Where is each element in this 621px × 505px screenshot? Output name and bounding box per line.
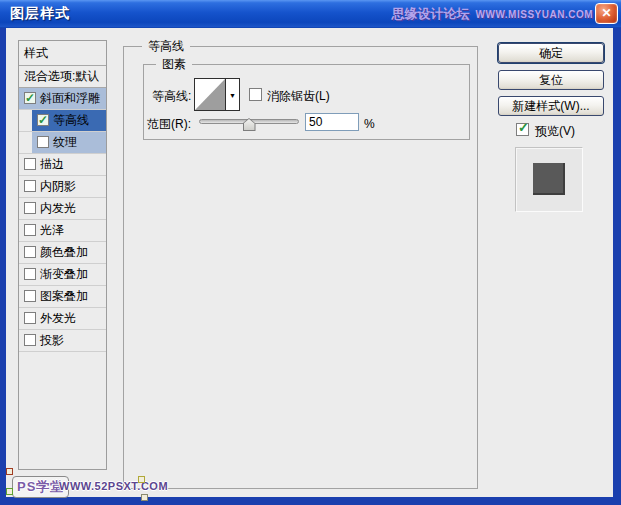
contour-picker[interactable]: ▼ [194,78,240,111]
titlebar-watermark: 思缘设计论坛 WWW.MISSYUAN.COM [392,0,593,28]
ps-school-watermark-url: WWW.52PSXT.COM [59,480,168,492]
dialog-title: 图层样式 [0,5,70,23]
style-item-label: 斜面和浮雕 [40,91,100,105]
style-item-2[interactable]: 纹理 [19,132,106,154]
style-item-7[interactable]: 颜色叠加 [19,242,106,264]
preview-swatch-well [515,147,583,212]
dialog-body: 样式 混合选项:默认 斜面和浮雕等高线纹理描边内阴影内发光光泽颜色叠加渐变叠加图… [6,28,613,497]
style-item-checkbox[interactable] [24,246,36,258]
style-item-3[interactable]: 描边 [19,154,106,176]
style-item-label: 图案叠加 [40,289,88,303]
reset-button[interactable]: 复位 [498,70,604,90]
style-item-checkbox[interactable] [24,92,36,104]
style-item-checkbox[interactable] [37,136,49,148]
watermark-handle-icon [141,494,148,501]
style-item-label: 颜色叠加 [40,245,88,259]
range-value-input[interactable] [305,113,359,131]
style-item-label: 内发光 [40,201,76,215]
style-item-8[interactable]: 渐变叠加 [19,264,106,286]
close-icon[interactable]: ✕ [595,3,618,24]
new-style-button[interactable]: 新建样式(W)... [498,96,604,116]
blending-options-item[interactable]: 混合选项:默认 [19,66,106,88]
style-item-checkbox[interactable] [24,224,36,236]
watermark-handle-icon [6,488,13,495]
contour-thumbnail[interactable] [194,78,226,111]
style-item-checkbox[interactable] [24,312,36,324]
range-unit-label: % [364,117,375,131]
layer-style-dialog: 图层样式 思缘设计论坛 WWW.MISSYUAN.COM ✕ 样式 混合选项:默… [0,0,621,505]
style-item-5[interactable]: 内发光 [19,198,106,220]
style-item-checkbox[interactable] [24,202,36,214]
style-item-label: 光泽 [40,223,64,237]
style-item-checkbox[interactable] [24,158,36,170]
titlebar[interactable]: 图层样式 思缘设计论坛 WWW.MISSYUAN.COM ✕ [0,0,621,28]
blending-options-label: 混合选项:默认 [24,69,99,83]
style-item-4[interactable]: 内阴影 [19,176,106,198]
style-items: 斜面和浮雕等高线纹理描边内阴影内发光光泽颜色叠加渐变叠加图案叠加外发光投影 [19,88,106,352]
styles-header-label: 样式 [24,46,48,60]
styles-list: 样式 混合选项:默认 斜面和浮雕等高线纹理描边内阴影内发光光泽颜色叠加渐变叠加图… [18,40,107,470]
style-item-checkbox[interactable] [24,268,36,280]
watermark-handle-icon [138,476,145,483]
forum-watermark-text: 思缘设计论坛 [392,5,470,23]
style-item-11[interactable]: 投影 [19,330,106,352]
styles-header[interactable]: 样式 [19,41,106,66]
style-item-label: 渐变叠加 [40,267,88,281]
antialias-checkbox[interactable] [249,88,262,101]
elements-group-title: 图素 [156,57,192,72]
contour-section-title: 等高线 [142,39,190,54]
style-item-label: 外发光 [40,311,76,325]
preview-checkbox[interactable] [516,123,529,136]
style-item-1[interactable]: 等高线 [19,110,106,132]
ok-button[interactable]: 确定 [498,43,604,63]
range-label: 范围(R): [147,116,191,133]
forum-watermark-url: WWW.MISSYUAN.COM [476,9,593,20]
style-item-0[interactable]: 斜面和浮雕 [19,88,106,110]
style-item-checkbox[interactable] [24,290,36,302]
preview-label: 预览(V) [535,123,575,140]
contour-section: 等高线 图素 等高线: ▼ 消除锯齿(L) 范围(R): % [123,46,478,489]
style-item-9[interactable]: 图案叠加 [19,286,106,308]
indent-spacer [19,132,32,153]
chevron-down-icon[interactable]: ▼ [226,78,240,111]
style-item-10[interactable]: 外发光 [19,308,106,330]
style-item-checkbox[interactable] [24,180,36,192]
style-item-label: 投影 [40,333,64,347]
style-item-6[interactable]: 光泽 [19,220,106,242]
preview-swatch [533,163,565,195]
style-item-checkbox[interactable] [24,334,36,346]
style-item-checkbox[interactable] [37,114,49,126]
contour-curve-shape [195,79,225,110]
style-item-label: 纹理 [53,135,77,149]
style-item-label: 描边 [40,157,64,171]
contour-picker-label: 等高线: [152,88,191,105]
style-item-label: 内阴影 [40,179,76,193]
watermark-handle-icon [6,468,13,475]
style-item-label: 等高线 [53,113,89,127]
indent-spacer [19,110,32,131]
antialias-label: 消除锯齿(L) [267,88,330,105]
elements-group: 图素 等高线: ▼ 消除锯齿(L) 范围(R): % [143,64,470,140]
